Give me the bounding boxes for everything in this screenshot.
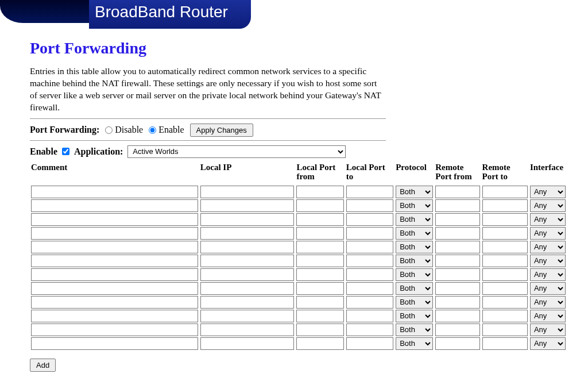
comment-input[interactable]: [31, 241, 198, 253]
local-port-to-input[interactable]: [346, 323, 393, 336]
protocol-select[interactable]: Both: [396, 255, 433, 267]
interface-select[interactable]: Any: [530, 227, 566, 240]
comment-input[interactable]: [31, 255, 198, 267]
local-port-from-input[interactable]: [296, 255, 343, 267]
local-ip-input[interactable]: [200, 227, 295, 240]
apply-changes-button[interactable]: Apply Changes: [190, 124, 253, 137]
comment-input[interactable]: [31, 227, 198, 240]
protocol-select[interactable]: Both: [396, 186, 433, 198]
local-ip-input[interactable]: [200, 337, 295, 350]
remote-port-from-input[interactable]: [435, 199, 479, 212]
protocol-select[interactable]: Both: [396, 282, 433, 295]
local-ip-input[interactable]: [200, 268, 295, 281]
local-ip-input[interactable]: [200, 310, 295, 322]
local-port-from-input[interactable]: [296, 296, 343, 309]
remote-port-to-input[interactable]: [482, 310, 528, 322]
remote-port-to-input[interactable]: [482, 337, 528, 350]
comment-input[interactable]: [31, 186, 198, 198]
protocol-select[interactable]: Both: [396, 227, 433, 240]
protocol-select[interactable]: Both: [396, 213, 433, 226]
pf-disable-radio[interactable]: [105, 126, 113, 134]
remote-port-to-input[interactable]: [482, 255, 528, 267]
local-ip-input[interactable]: [200, 282, 295, 295]
add-button[interactable]: Add: [30, 359, 56, 372]
local-ip-input[interactable]: [200, 323, 295, 336]
comment-input[interactable]: [31, 213, 198, 226]
local-port-from-input[interactable]: [296, 199, 343, 212]
local-ip-input[interactable]: [200, 199, 295, 212]
remote-port-from-input[interactable]: [435, 296, 479, 309]
local-port-to-input[interactable]: [346, 268, 393, 281]
remote-port-to-input[interactable]: [482, 213, 528, 226]
remote-port-from-input[interactable]: [435, 268, 479, 281]
local-port-from-input[interactable]: [296, 213, 343, 226]
remote-port-to-input[interactable]: [482, 296, 528, 309]
interface-select[interactable]: Any: [530, 323, 566, 336]
local-port-to-input[interactable]: [346, 282, 393, 295]
local-ip-input[interactable]: [200, 296, 295, 309]
row-enable-checkbox[interactable]: [62, 148, 69, 155]
protocol-select[interactable]: Both: [396, 199, 433, 212]
remote-port-to-input[interactable]: [482, 323, 528, 336]
interface-select[interactable]: Any: [530, 337, 566, 350]
remote-port-from-input[interactable]: [435, 213, 479, 226]
local-port-from-input[interactable]: [296, 323, 343, 336]
comment-input[interactable]: [31, 310, 198, 322]
interface-select[interactable]: Any: [530, 282, 566, 295]
comment-input[interactable]: [31, 323, 198, 336]
interface-select[interactable]: Any: [530, 296, 566, 309]
interface-select[interactable]: Any: [530, 255, 566, 267]
protocol-select[interactable]: Both: [396, 241, 433, 253]
remote-port-from-input[interactable]: [435, 323, 479, 336]
protocol-select[interactable]: Both: [396, 268, 433, 281]
protocol-select[interactable]: Both: [396, 337, 433, 350]
comment-input[interactable]: [31, 268, 198, 281]
remote-port-from-input[interactable]: [435, 186, 479, 198]
local-port-to-input[interactable]: [346, 255, 393, 267]
local-port-from-input[interactable]: [296, 337, 343, 350]
comment-input[interactable]: [31, 296, 198, 309]
local-port-to-input[interactable]: [346, 199, 393, 212]
local-port-to-input[interactable]: [346, 337, 393, 350]
remote-port-to-input[interactable]: [482, 199, 528, 212]
remote-port-from-input[interactable]: [435, 337, 479, 350]
interface-select[interactable]: Any: [530, 241, 566, 253]
local-port-from-input[interactable]: [296, 227, 343, 240]
local-port-from-input[interactable]: [296, 241, 343, 253]
local-port-from-input[interactable]: [296, 186, 343, 198]
remote-port-from-input[interactable]: [435, 310, 479, 322]
remote-port-to-input[interactable]: [482, 282, 528, 295]
comment-input[interactable]: [31, 282, 198, 295]
protocol-select[interactable]: Both: [396, 310, 433, 322]
local-ip-input[interactable]: [200, 255, 295, 267]
interface-select[interactable]: Any: [530, 199, 566, 212]
local-port-from-input[interactable]: [296, 268, 343, 281]
local-ip-input[interactable]: [200, 213, 295, 226]
remote-port-to-input[interactable]: [482, 227, 528, 240]
local-ip-input[interactable]: [200, 186, 295, 198]
comment-input[interactable]: [31, 199, 198, 212]
local-ip-input[interactable]: [200, 241, 295, 253]
remote-port-from-input[interactable]: [435, 241, 479, 253]
local-port-to-input[interactable]: [346, 296, 393, 309]
remote-port-from-input[interactable]: [435, 255, 479, 267]
protocol-select[interactable]: Both: [396, 323, 433, 336]
interface-select[interactable]: Any: [530, 268, 566, 281]
local-port-to-input[interactable]: [346, 310, 393, 322]
local-port-to-input[interactable]: [346, 213, 393, 226]
pf-enable-radio[interactable]: [149, 126, 156, 134]
remote-port-to-input[interactable]: [482, 186, 528, 198]
local-port-to-input[interactable]: [346, 227, 393, 240]
interface-select[interactable]: Any: [530, 213, 566, 226]
protocol-select[interactable]: Both: [396, 296, 433, 309]
interface-select[interactable]: Any: [530, 186, 566, 198]
local-port-to-input[interactable]: [346, 241, 393, 253]
remote-port-from-input[interactable]: [435, 282, 479, 295]
application-select[interactable]: Active Worlds: [127, 145, 346, 158]
local-port-from-input[interactable]: [296, 282, 343, 295]
local-port-to-input[interactable]: [346, 186, 393, 198]
local-port-from-input[interactable]: [296, 310, 343, 322]
comment-input[interactable]: [31, 337, 198, 350]
remote-port-from-input[interactable]: [435, 227, 479, 240]
remote-port-to-input[interactable]: [482, 241, 528, 253]
